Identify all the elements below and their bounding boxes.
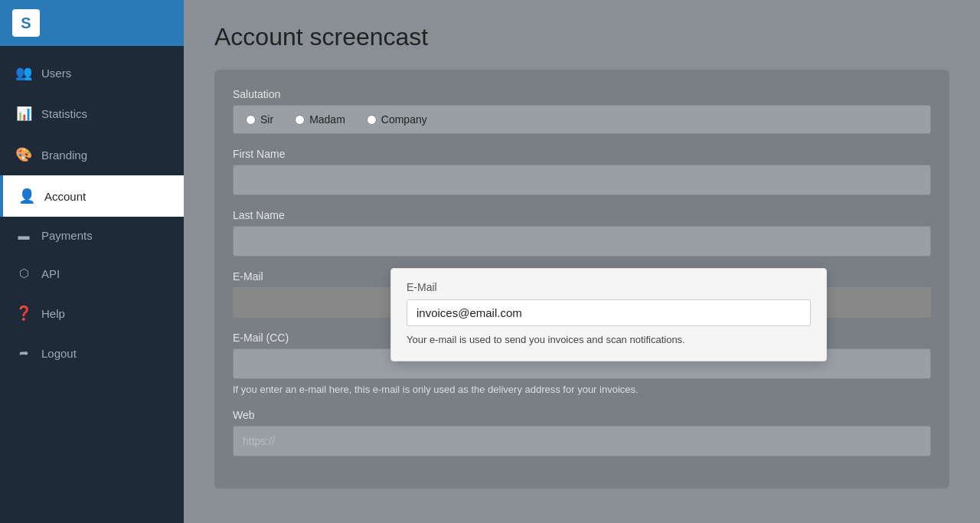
logout-icon: ➦ bbox=[15, 346, 32, 360]
first-name-input[interactable] bbox=[233, 165, 931, 195]
sidebar: S 👥 Users 📊 Statistics 🎨 Branding 👤 Acco… bbox=[0, 0, 184, 523]
branding-icon: 🎨 bbox=[15, 146, 32, 163]
web-input[interactable] bbox=[233, 426, 931, 456]
first-name-section: First Name bbox=[233, 148, 931, 195]
first-name-label: First Name bbox=[233, 148, 931, 160]
salutation-label: Salutation bbox=[233, 88, 931, 100]
sidebar-item-branding[interactable]: 🎨 Branding bbox=[0, 134, 184, 175]
salutation-company[interactable]: Company bbox=[367, 113, 427, 126]
api-icon: ⬡ bbox=[15, 266, 32, 280]
email-cc-hint: If you enter an e-mail here, this e-mail… bbox=[233, 384, 931, 395]
payments-icon: ▬ bbox=[15, 229, 32, 242]
salutation-company-radio[interactable] bbox=[367, 115, 377, 125]
sidebar-item-payments[interactable]: ▬ Payments bbox=[0, 217, 184, 254]
salutation-madam-label: Madam bbox=[309, 113, 345, 126]
sidebar-label-payments: Payments bbox=[41, 229, 93, 242]
sidebar-label-account: Account bbox=[44, 190, 86, 203]
last-name-input[interactable] bbox=[233, 226, 931, 257]
help-icon: ❓ bbox=[15, 305, 32, 322]
account-icon: 👤 bbox=[18, 188, 35, 204]
statistics-icon: 📊 bbox=[15, 106, 32, 122]
salutation-section: Salutation Sir Madam Company bbox=[233, 88, 931, 134]
salutation-sir-radio[interactable] bbox=[246, 115, 256, 125]
sidebar-header: S bbox=[0, 0, 184, 46]
sidebar-item-logout[interactable]: ➦ Logout bbox=[0, 334, 184, 372]
sidebar-nav: 👥 Users 📊 Statistics 🎨 Branding 👤 Accoun… bbox=[0, 46, 184, 523]
salutation-sir[interactable]: Sir bbox=[246, 113, 273, 126]
main-content: Account screencast Salutation Sir Madam … bbox=[184, 0, 980, 523]
sidebar-label-help: Help bbox=[41, 307, 65, 320]
web-section: Web bbox=[233, 409, 931, 456]
salutation-radio-group: Sir Madam Company bbox=[233, 105, 931, 134]
tooltip-email-label: E-Mail bbox=[407, 281, 811, 293]
sidebar-item-account[interactable]: 👤 Account bbox=[0, 175, 184, 217]
web-label: Web bbox=[233, 409, 931, 421]
salutation-company-label: Company bbox=[381, 113, 427, 126]
salutation-madam-radio[interactable] bbox=[295, 115, 305, 125]
sidebar-label-branding: Branding bbox=[41, 149, 87, 162]
last-name-label: Last Name bbox=[233, 209, 931, 221]
page-title: Account screencast bbox=[214, 23, 949, 51]
sidebar-item-api[interactable]: ⬡ API bbox=[0, 254, 184, 293]
tooltip-email-value: invoices@email.com bbox=[407, 299, 811, 326]
sidebar-label-statistics: Statistics bbox=[41, 107, 87, 120]
sidebar-item-help[interactable]: ❓ Help bbox=[0, 293, 184, 334]
users-icon: 👥 bbox=[15, 64, 32, 81]
tooltip-email-hint: Your e-mail is used to send you invoices… bbox=[407, 334, 811, 345]
sidebar-item-users[interactable]: 👥 Users bbox=[0, 52, 184, 93]
last-name-section: Last Name bbox=[233, 209, 931, 257]
email-tooltip: E-Mail invoices@email.com Your e-mail is… bbox=[390, 268, 827, 361]
sidebar-label-logout: Logout bbox=[41, 347, 77, 360]
app-logo: S bbox=[12, 9, 40, 37]
salutation-madam[interactable]: Madam bbox=[295, 113, 345, 126]
sidebar-item-statistics[interactable]: 📊 Statistics bbox=[0, 93, 184, 134]
sidebar-label-users: Users bbox=[41, 67, 71, 80]
salutation-sir-label: Sir bbox=[260, 113, 273, 126]
sidebar-label-api: API bbox=[41, 267, 60, 280]
